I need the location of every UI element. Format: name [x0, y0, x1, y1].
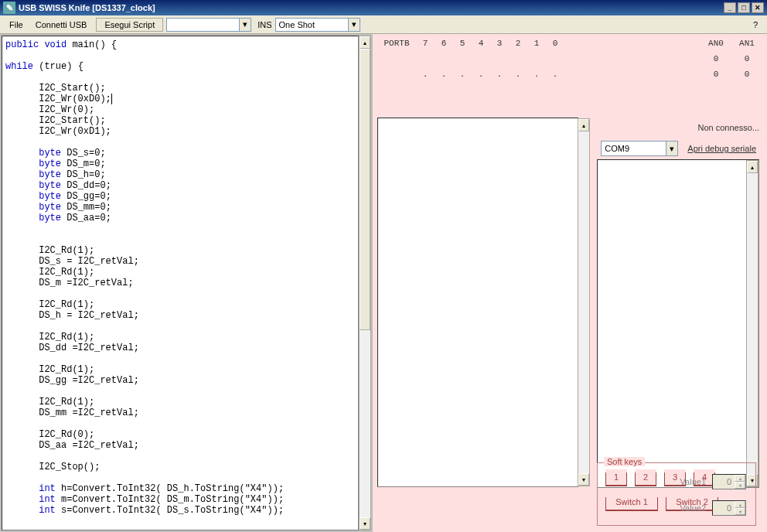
soft-keys-legend: Soft keys: [604, 457, 645, 466]
spin-down-icon[interactable]: ▾: [735, 508, 745, 515]
execute-script-button[interactable]: Esegui Script: [96, 18, 163, 32]
chevron-down-icon: ▾: [239, 19, 251, 31]
app-icon: ✎: [3, 2, 15, 14]
value2-row: Value2 0▴▾: [672, 500, 746, 516]
script-combo[interactable]: ▾: [166, 18, 251, 32]
port-value-row-1: 0 0: [377, 54, 762, 63]
scroll-thumb[interactable]: [360, 49, 370, 330]
content-area: public void main() { while (true) { I2C_…: [0, 34, 767, 532]
value1-label: Value1: [672, 477, 706, 486]
scroll-down-button[interactable]: ▾: [360, 517, 370, 530]
value1-spinner[interactable]: 0▴▾: [712, 474, 746, 489]
menu-bar: File Connetti USB Esegui Script ▾ INS On…: [0, 15, 767, 34]
mode-combo[interactable]: One Shot▾: [275, 18, 360, 32]
softkey-2-button[interactable]: 2: [635, 469, 656, 486]
title-bar: ✎ USB SWISS Knife [DS1337_clock] _ □ ✕: [0, 0, 767, 15]
maximize-button[interactable]: □: [738, 2, 750, 13]
value1-row: Value1 0▴▾: [672, 474, 746, 489]
soft-keys-group: Soft keys 1 2 3 4 Switch 1 Switch 2 Valu…: [597, 462, 756, 526]
spin-up-icon[interactable]: ▴: [735, 501, 745, 508]
serial-textarea[interactable]: ▴ ▾: [597, 159, 759, 488]
output-scrollbar[interactable]: ▴ ▾: [578, 118, 590, 486]
value2-label: Value2: [672, 503, 706, 513]
editor-pane: public void main() { while (true) { I2C_…: [0, 34, 373, 532]
softkey-1-button[interactable]: 1: [605, 469, 627, 486]
ins-label: INS: [257, 20, 271, 29]
port-value-row-2: . . . . . . . . 0 0: [377, 70, 762, 79]
com-port-row: COM9▾ Apri debug seriale: [601, 141, 759, 156]
window-title: USB SWISS Knife [DS1337_clock]: [19, 3, 155, 12]
hardware-panel: PORTB 7 6 5 4 3 2 1 0 AN0 AN1 0 0 . . . …: [373, 34, 767, 532]
switch-1-button[interactable]: Switch 1: [605, 494, 658, 511]
close-button[interactable]: ✕: [752, 2, 764, 13]
value2-spinner[interactable]: 0▴▾: [712, 500, 746, 516]
port-header-row: PORTB 7 6 5 4 3 2 1 0 AN0 AN1: [377, 39, 762, 48]
com-port-combo[interactable]: COM9▾: [601, 141, 678, 156]
scroll-up-button[interactable]: ▴: [747, 161, 758, 173]
menu-file[interactable]: File: [3, 19, 29, 31]
scroll-up-button[interactable]: ▴: [578, 119, 589, 131]
spin-up-icon[interactable]: ▴: [735, 475, 745, 482]
menu-connect-usb[interactable]: Connetti USB: [29, 19, 94, 31]
serial-scrollbar[interactable]: ▴ ▾: [746, 160, 758, 487]
editor-scrollbar[interactable]: ▴ ▾: [359, 36, 371, 530]
chevron-down-icon: ▾: [348, 19, 360, 31]
scroll-down-button[interactable]: ▾: [578, 473, 589, 486]
code-editor[interactable]: public void main() { while (true) { I2C_…: [2, 36, 359, 530]
scroll-up-button[interactable]: ▴: [360, 36, 370, 49]
help-menu[interactable]: ?: [747, 19, 764, 31]
chevron-down-icon: ▾: [666, 142, 677, 155]
scroll-track[interactable]: [360, 49, 370, 517]
output-textarea[interactable]: ▴ ▾: [377, 118, 578, 487]
minimize-button[interactable]: _: [724, 2, 736, 13]
spin-down-icon[interactable]: ▾: [735, 482, 745, 489]
open-serial-debug-link[interactable]: Apri debug seriale: [684, 142, 759, 155]
connection-status: Non connesso...: [698, 123, 760, 132]
